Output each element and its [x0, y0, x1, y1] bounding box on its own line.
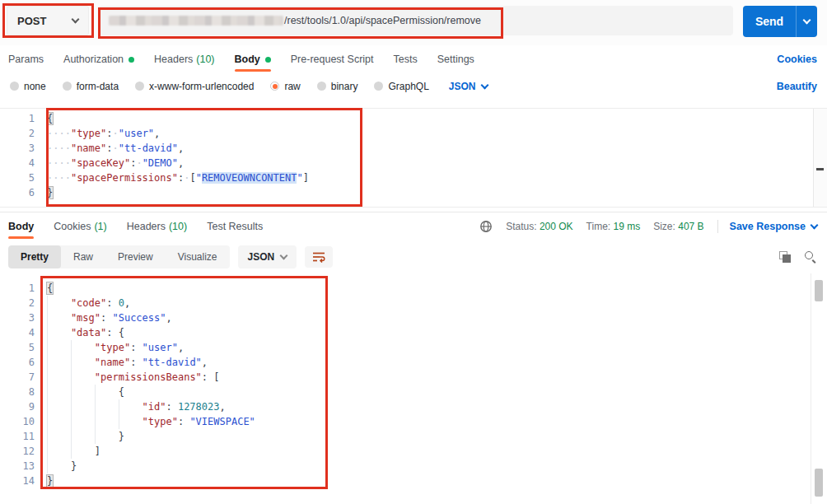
code-line: 5····"spacePermissions":·["REMOVEOWNCONT…	[0, 170, 827, 185]
line-number: 14	[0, 474, 47, 488]
tab-label: Settings	[437, 54, 474, 65]
request-language-select[interactable]: JSON	[449, 81, 488, 92]
tab-body[interactable]: Body	[235, 45, 271, 73]
line-number: 5	[0, 340, 47, 355]
tab-cookies[interactable]: Cookies(1)	[54, 212, 106, 240]
body-mode-raw[interactable]: raw	[270, 81, 300, 92]
line-number: 13	[0, 459, 47, 474]
chevron-down-icon	[811, 222, 819, 230]
time-value: 19 ms	[614, 221, 641, 232]
line-number: 2	[0, 126, 47, 141]
response-meta: Status: 200 OK Time: 19 ms Size: 407 B S…	[473, 220, 817, 233]
url-path: /rest/tools/1.0/api/spacePermission/remo…	[284, 15, 481, 26]
line-number: 2	[0, 296, 47, 310]
body-mode-none[interactable]: none	[10, 81, 46, 92]
line-number: 10	[0, 414, 47, 429]
line-number: 6	[0, 355, 47, 370]
tab-test-results[interactable]: Test Results	[207, 212, 263, 240]
line-number: 12	[0, 444, 47, 459]
tab-authorization[interactable]: Authorization	[63, 45, 134, 73]
code-line: 6"name": "tt-david",	[0, 355, 827, 370]
response-body-editor[interactable]: 1{2"code": 0,3"msg": "Success",4"data": …	[0, 273, 827, 504]
radio-icon	[63, 82, 72, 91]
wrap-lines-button[interactable]	[305, 246, 333, 268]
tab-headers[interactable]: Headers(10)	[127, 212, 187, 240]
cookies-link[interactable]: Cookies	[777, 54, 817, 65]
request-editor-scroll-gutter[interactable]	[813, 109, 827, 207]
tab-settings[interactable]: Settings	[437, 45, 474, 73]
tab-tests[interactable]: Tests	[394, 45, 418, 73]
status-item: Status: 200 OK	[506, 221, 572, 232]
tab-label: Tests	[394, 54, 418, 65]
line-number: 6	[0, 185, 47, 200]
code-line: 1{	[0, 281, 827, 296]
view-preview[interactable]: Preview	[105, 245, 166, 268]
line-number: 4	[0, 156, 47, 170]
tab-body[interactable]: Body	[8, 212, 34, 240]
size-item: Size: 407 B	[653, 221, 703, 232]
chevron-down-icon	[803, 16, 811, 25]
redacted-host	[109, 16, 283, 26]
tab-label: Cookies	[54, 221, 91, 232]
response-language-label: JSON	[248, 251, 275, 263]
code-line: 11}	[0, 429, 827, 444]
line-number: 8	[0, 385, 47, 399]
network-globe-icon[interactable]	[479, 220, 493, 233]
tab-label: Body	[235, 54, 260, 65]
request-body-editor[interactable]: 1{2····"type":·"user",3····"name":·"tt-d…	[0, 108, 827, 208]
save-response-label: Save Response	[730, 221, 806, 232]
view-pretty[interactable]: Pretty	[8, 245, 61, 268]
method-select[interactable]: POST	[7, 6, 89, 35]
search-icon[interactable]	[805, 251, 817, 264]
body-mode-x-www-form-urlencoded[interactable]: x-www-form-urlencoded	[135, 81, 254, 92]
radio-icon	[374, 82, 383, 91]
save-response-button[interactable]: Save Response	[730, 221, 817, 232]
wrap-lines-icon	[312, 251, 325, 263]
code-line: 8{	[0, 385, 827, 399]
body-mode-graphql[interactable]: GraphQL	[374, 81, 428, 92]
view-visualize[interactable]: Visualize	[166, 245, 230, 268]
request-url-bar: POST /rest/tools/1.0/api/spacePermission…	[0, 0, 827, 45]
body-mode-binary[interactable]: binary	[317, 81, 358, 92]
radio-label: form-data	[77, 81, 119, 92]
send-options-caret[interactable]	[796, 6, 817, 37]
beautify-link[interactable]: Beautify	[777, 81, 817, 92]
code-line: 2"code": 0,	[0, 296, 827, 310]
time-item: Time: 19 ms	[586, 221, 641, 232]
response-scrollbar-track[interactable]	[811, 273, 811, 504]
send-button[interactable]: Send	[743, 6, 817, 37]
line-number: 4	[0, 325, 47, 340]
request-language-label: JSON	[449, 81, 476, 92]
tab-headers[interactable]: Headers(10)	[154, 45, 214, 73]
tab-label: Headers	[154, 54, 193, 65]
size-value: 407 B	[678, 221, 703, 232]
tab-label: Authorization	[63, 54, 124, 65]
body-mode-form-data[interactable]: form-data	[63, 81, 119, 92]
radio-icon	[10, 82, 19, 91]
code-line: 2····"type":·"user",	[0, 126, 827, 141]
send-label[interactable]: Send	[743, 6, 796, 37]
radio-label: none	[24, 81, 46, 92]
green-dot-icon	[265, 57, 271, 63]
scroll-annotation-mark	[816, 168, 824, 170]
copy-icon[interactable]	[779, 251, 792, 264]
code-line: 13}	[0, 459, 827, 474]
method-label: POST	[17, 15, 46, 27]
green-dot-icon	[128, 57, 134, 63]
tab-params[interactable]: Params	[8, 45, 44, 73]
divider	[717, 220, 718, 233]
chevron-down-icon	[480, 81, 488, 89]
code-line: 3····"name":·"tt-david",	[0, 141, 827, 156]
view-raw[interactable]: Raw	[61, 245, 105, 268]
code-line: 5"type": "user",	[0, 340, 827, 355]
response-scrollbar-thumb[interactable]	[815, 280, 823, 301]
code-line: 4····"spaceKey":·"DEMO",	[0, 156, 827, 170]
response-toolbar-right	[779, 251, 817, 264]
radio-label: raw	[284, 81, 300, 92]
url-input[interactable]: /rest/tools/1.0/api/spacePermission/remo…	[99, 6, 733, 35]
code-line: 3"msg": "Success",	[0, 310, 827, 325]
response-view-switcher: PrettyRawPreviewVisualize	[8, 245, 230, 268]
chevron-down-icon	[72, 16, 80, 24]
response-language-select[interactable]: JSON	[238, 245, 297, 268]
tab-pre-request-script[interactable]: Pre-request Script	[291, 45, 374, 73]
